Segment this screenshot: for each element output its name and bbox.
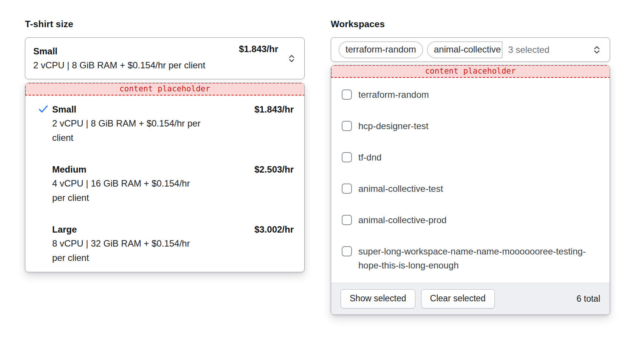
clear-selected-button[interactable]: Clear selected: [421, 289, 495, 308]
selected-size-description: 2 vCPU | 8 GiB RAM + $0.154/hr per clien…: [33, 58, 211, 72]
workspace-option-label: hcp-designer-test: [358, 119, 599, 133]
content-placeholder: content placeholder: [331, 65, 610, 78]
size-option-price: $1.843/hr: [254, 102, 294, 116]
workspace-option[interactable]: animal-collective-prod: [342, 213, 599, 227]
size-option-name: Large: [52, 222, 254, 236]
workspace-tag[interactable]: terraform-random: [339, 42, 423, 58]
size-option-name: Small: [52, 102, 254, 116]
total-count-text: 6 total: [576, 294, 600, 304]
tshirt-size-select-trigger[interactable]: Small 2 vCPU | 8 GiB RAM + $0.154/hr per…: [25, 37, 305, 79]
workspace-option[interactable]: super-long-workspace-name-name-moooooore…: [342, 244, 599, 272]
workspace-checkbox[interactable]: [342, 121, 352, 131]
workspace-option[interactable]: hcp-designer-test: [342, 119, 599, 133]
workspace-option-label: terraform-random: [358, 88, 599, 102]
workspaces-listbox: content placeholder terraform-random hcp…: [331, 65, 610, 315]
size-option[interactable]: Medium 4 vCPU | 16 GiB RAM + $0.154/hr p…: [38, 162, 294, 205]
chevron-up-down-icon: [592, 45, 602, 55]
workspaces-footer: Show selected Clear selected 6 total: [331, 283, 610, 315]
size-option-text: Large 8 vCPU | 32 GiB RAM + $0.154/hr pe…: [52, 222, 254, 265]
size-option-text: Small 2 vCPU | 8 GiB RAM + $0.154/hr per…: [52, 102, 254, 145]
workspace-option-label: super-long-workspace-name-name-moooooore…: [358, 244, 599, 272]
workspace-checkbox[interactable]: [342, 152, 352, 162]
size-option[interactable]: Small 2 vCPU | 8 GiB RAM + $0.154/hr per…: [38, 102, 294, 145]
workspace-checkbox[interactable]: [342, 215, 352, 225]
workspace-checkbox[interactable]: [342, 89, 352, 100]
selected-count-text: 3 selected: [508, 45, 549, 55]
workspaces-select-trigger[interactable]: terraform-randomanimal-collective 3 sele…: [331, 37, 610, 62]
workspace-option-label: animal-collective-test: [358, 182, 599, 196]
workspaces-label: Workspaces: [331, 19, 610, 29]
size-option-price: $2.503/hr: [254, 162, 294, 176]
workspace-option[interactable]: animal-collective-test: [342, 182, 599, 196]
size-option-description: 2 vCPU | 8 GiB RAM + $0.154/hr per clien…: [52, 116, 203, 145]
workspace-checkbox[interactable]: [342, 184, 352, 194]
workspace-option[interactable]: terraform-random: [342, 88, 599, 102]
workspace-checkbox[interactable]: [342, 246, 352, 256]
workspace-option[interactable]: tf-dnd: [342, 150, 599, 164]
workspace-option-label: animal-collective-prod: [358, 213, 599, 227]
tshirt-size-listbox: content placeholder Small 2 vCPU | 8 GiB…: [25, 83, 305, 272]
selected-size-price: $1.843/hr: [239, 44, 278, 54]
show-selected-button[interactable]: Show selected: [341, 289, 415, 308]
size-option-text: Medium 4 vCPU | 16 GiB RAM + $0.154/hr p…: [52, 162, 254, 205]
size-option[interactable]: Large 8 vCPU | 32 GiB RAM + $0.154/hr pe…: [38, 222, 294, 265]
tshirt-size-label: T-shirt size: [25, 19, 305, 29]
selected-size-summary: Small 2 vCPU | 8 GiB RAM + $0.154/hr per…: [33, 44, 259, 72]
chevron-up-down-icon: [287, 53, 297, 63]
tshirt-size-section: T-shirt size Small 2 vCPU | 8 GiB RAM + …: [25, 19, 305, 272]
size-option-list: Small 2 vCPU | 8 GiB RAM + $0.154/hr per…: [25, 96, 304, 272]
content-placeholder: content placeholder: [25, 83, 305, 96]
size-option-price: $3.002/hr: [254, 222, 294, 236]
workspaces-section: Workspaces terraform-randomanimal-collec…: [331, 19, 610, 315]
size-option-name: Medium: [52, 162, 254, 176]
workspace-tag[interactable]: animal-collective: [427, 42, 502, 58]
check-icon: [38, 102, 52, 114]
size-option-description: 8 vCPU | 32 GiB RAM + $0.154/hr per clie…: [52, 236, 203, 265]
workspace-option-list: terraform-random hcp-designer-test tf-dn…: [331, 78, 610, 283]
workspace-option-label: tf-dnd: [358, 150, 599, 164]
selected-size-name: Small: [33, 44, 259, 58]
size-option-description: 4 vCPU | 16 GiB RAM + $0.154/hr per clie…: [52, 176, 203, 205]
